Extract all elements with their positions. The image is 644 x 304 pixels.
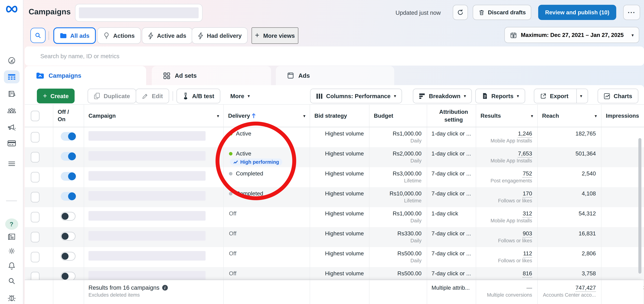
footer-attribution: Multiple attrib... — [427, 280, 476, 304]
cell-budget: Rs330.00Daily — [370, 227, 427, 247]
settings-gear-icon[interactable] — [7, 247, 16, 255]
header-bid-strategy[interactable]: Bid strategy — [310, 105, 370, 127]
table-row[interactable]: Active Highest volume Rs1,000.00Daily 1-… — [25, 127, 644, 147]
cell-toggle — [53, 227, 84, 247]
audiences-icon[interactable] — [7, 107, 16, 114]
header-attribution[interactable]: Attribution setting — [427, 105, 476, 127]
table-search-bar — [25, 47, 644, 66]
table-row[interactable]: Off Highest volume Rs500.00Daily 7-day c… — [25, 247, 644, 267]
cell-campaign[interactable] — [84, 267, 224, 280]
chevron-down-icon[interactable]: ▾ — [580, 94, 582, 98]
row-checkbox[interactable] — [31, 172, 40, 182]
campaigns-nav-icon[interactable] — [4, 70, 19, 83]
edit-button[interactable]: Edit — [136, 89, 169, 103]
campaign-toggle-on[interactable] — [61, 172, 76, 181]
tab-campaigns[interactable]: Campaigns — [25, 66, 146, 85]
duplicate-button[interactable]: Duplicate — [88, 89, 136, 103]
cell-campaign[interactable] — [84, 207, 224, 227]
table-row[interactable]: Completed Highest volume Rs10,000.00Life… — [25, 187, 644, 207]
search-input[interactable] — [25, 47, 644, 66]
row-checkbox[interactable] — [31, 252, 40, 262]
row-checkbox[interactable] — [31, 152, 40, 163]
cell-bid-strategy: Highest volume — [310, 127, 370, 147]
info-icon[interactable]: i — [162, 285, 168, 290]
review-and-publish-button[interactable]: Review and publish (10) — [538, 5, 616, 20]
filter-chip-all-ads[interactable]: All ads — [53, 27, 96, 44]
tab-ads[interactable]: Ads — [276, 66, 394, 85]
row-checkbox[interactable] — [31, 232, 40, 242]
discard-drafts-button[interactable]: Discard drafts — [473, 5, 532, 20]
account-overview-icon[interactable] — [7, 56, 16, 65]
table-row[interactable]: Off Highest volume Rs500.00 7-day click … — [25, 267, 644, 280]
ads-reporting-icon[interactable] — [7, 90, 16, 98]
campaign-toggle-off[interactable] — [61, 252, 76, 261]
create-button[interactable]: + Create — [37, 89, 75, 103]
cell-delivery: Off — [224, 267, 310, 280]
table-row[interactable]: Completed Highest volume Rs3,000.00Lifet… — [25, 167, 644, 187]
row-checkbox[interactable] — [31, 212, 40, 222]
filter-chip-had-delivery[interactable]: Had delivery — [192, 27, 248, 44]
campaign-name-redacted — [88, 191, 206, 201]
advertise-megaphone-icon[interactable] — [7, 123, 16, 131]
cell-campaign[interactable] — [84, 187, 224, 207]
campaign-toggle-off[interactable] — [61, 232, 76, 241]
filter-search-button[interactable] — [30, 28, 46, 43]
more-views-button[interactable]: + More views — [252, 27, 298, 44]
cell-budget: Rs10,000.00Lifetime — [370, 187, 427, 207]
campaign-toggle-on[interactable] — [61, 192, 76, 201]
date-range-selector[interactable]: Maximum: Dec 27, 2021 – Jan 27, 2025 ▾ — [504, 27, 639, 43]
charts-button[interactable]: Charts — [598, 89, 638, 103]
cell-campaign[interactable] — [84, 247, 224, 267]
more-dropdown[interactable]: More▾ — [225, 89, 255, 103]
row-checkbox[interactable] — [31, 132, 40, 142]
breakdown-dropdown[interactable]: Breakdown▾ — [413, 89, 472, 103]
cell-bid-strategy: Highest volume — [310, 147, 370, 167]
billing-icon[interactable] — [7, 140, 16, 147]
help-icon[interactable]: ? — [5, 218, 18, 230]
search-nav-icon[interactable] — [7, 277, 16, 285]
updates-news-icon[interactable] — [7, 233, 16, 241]
cell-budget: Rs1,000.00Daily — [370, 207, 427, 227]
cell-results: 112Follows or likes — [476, 247, 538, 267]
header-campaign[interactable]: Campaign▾ — [84, 105, 224, 127]
tab-ad-sets[interactable]: Ad sets — [152, 66, 271, 85]
filter-chip-active-ads[interactable]: Active ads — [142, 27, 192, 44]
header-impressions[interactable]: Impressions — [602, 105, 644, 127]
header-results[interactable]: Results▾ — [476, 105, 538, 127]
campaign-toggle-on[interactable] — [61, 132, 76, 141]
account-selector-redacted[interactable] — [75, 4, 202, 22]
vertical-scrollbar[interactable] — [638, 138, 642, 274]
refresh-button[interactable] — [453, 5, 468, 20]
cell-campaign[interactable] — [84, 147, 224, 167]
calendar-icon — [510, 32, 517, 39]
all-tools-icon[interactable] — [7, 160, 16, 167]
table-row[interactable]: Active High performing Highest volume Rs… — [25, 147, 644, 167]
row-checkbox[interactable] — [31, 192, 40, 202]
header-reach[interactable]: Reach▾ — [538, 105, 602, 127]
header-budget[interactable]: Budget — [370, 105, 427, 127]
select-all-checkbox[interactable] — [31, 111, 40, 121]
bug-report-icon[interactable] — [7, 293, 16, 302]
meta-logo-icon[interactable] — [4, 5, 19, 14]
table-row[interactable]: Off Highest volume Rs330.00Daily 7-day c… — [25, 227, 644, 247]
reports-dropdown[interactable]: Reports▾ — [475, 89, 525, 103]
campaign-toggle-off[interactable] — [61, 272, 76, 280]
table-row[interactable]: Off Highest volume Rs1,000.00Daily 1-day… — [25, 207, 644, 227]
trash-icon — [478, 9, 485, 16]
export-split-button[interactable]: Export ▾ — [534, 89, 588, 103]
campaign-toggle-off[interactable] — [61, 212, 76, 221]
sidebar-divider — [6, 201, 17, 201]
row-checkbox[interactable] — [31, 272, 40, 280]
notifications-bell-icon[interactable] — [7, 261, 16, 270]
clipped-impressions-total: 3 — [644, 284, 644, 291]
redaction-block — [79, 7, 198, 18]
cell-campaign[interactable] — [84, 167, 224, 187]
columns-dropdown[interactable]: Columns: Performance▾ — [310, 89, 402, 103]
campaign-toggle-on[interactable] — [61, 152, 76, 161]
more-options-button[interactable]: ··· — [623, 5, 640, 20]
cell-campaign[interactable] — [84, 127, 224, 147]
filter-chip-actions[interactable]: Actions — [97, 27, 141, 44]
cell-campaign[interactable] — [84, 227, 224, 247]
ab-test-button[interactable]: A/B test — [176, 89, 220, 103]
cell-toggle — [53, 127, 84, 147]
